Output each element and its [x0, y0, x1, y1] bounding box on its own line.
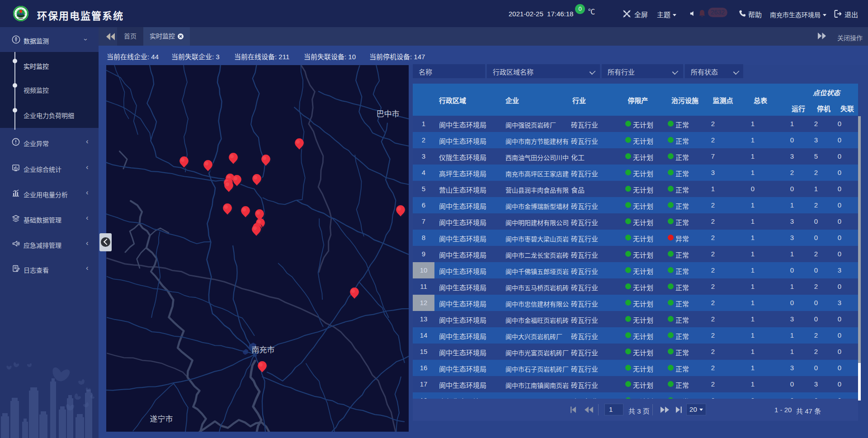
svg-text:巴中市: 巴中市 [377, 110, 400, 118]
svg-text:遂宁市: 遂宁市 [150, 415, 173, 424]
svg-text:南充市: 南充市 [252, 346, 275, 354]
